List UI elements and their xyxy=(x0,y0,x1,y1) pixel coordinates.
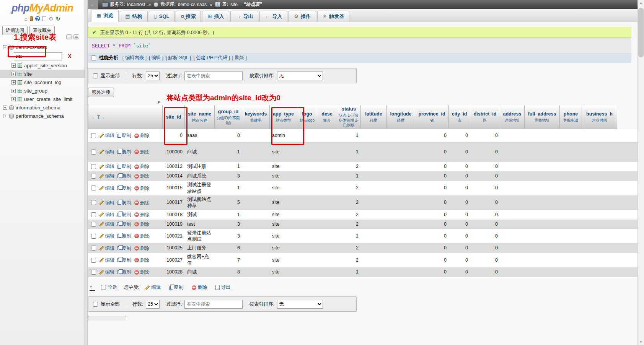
settings-icon[interactable]: ⚙ xyxy=(49,16,54,21)
row-checkbox[interactable] xyxy=(91,212,96,217)
row-action-delete[interactable]: 删除 xyxy=(134,200,149,206)
rows-select[interactable]: 25 xyxy=(146,300,160,309)
collapse-icon[interactable]: − xyxy=(3,45,7,49)
row-action-copy[interactable]: 复制 xyxy=(117,269,131,275)
row-action-pencil[interactable]: 编辑 xyxy=(99,245,114,251)
profiling-link-0[interactable]: 编辑内嵌 xyxy=(125,55,144,60)
row-action-pencil[interactable]: 编辑 xyxy=(99,269,114,275)
scrollbar[interactable]: ▲ ▼ xyxy=(637,0,644,345)
clear-filter-button[interactable]: X xyxy=(68,54,71,59)
sidebar-item-site[interactable]: +site xyxy=(0,70,85,78)
sidebar-item-performance_schema[interactable]: +performance_schema xyxy=(0,112,85,120)
row-checkbox[interactable] xyxy=(91,174,96,179)
row-action-pencil[interactable]: 编辑 xyxy=(99,149,114,155)
row-action-pencil[interactable]: 编辑 xyxy=(99,212,114,218)
row-action-delete[interactable]: 删除 xyxy=(134,132,149,138)
options-header-arrows[interactable]: ←T→ xyxy=(92,114,105,120)
row-checkbox[interactable] xyxy=(91,150,96,155)
row-action-pencil[interactable]: 编辑 xyxy=(99,132,114,138)
row-action-pencil[interactable]: 编辑 xyxy=(99,257,114,263)
sidebar-item-site_account_log[interactable]: +site_account_log xyxy=(0,78,85,86)
expand-icon[interactable]: + xyxy=(11,72,16,76)
row-action-pencil[interactable]: 编辑 xyxy=(99,173,114,179)
column-header-district_id[interactable]: district_id区 xyxy=(470,105,500,129)
sidebar-item-applet_site_version[interactable]: +applet_site_version xyxy=(0,61,85,70)
row-action-delete[interactable]: 删除 xyxy=(134,173,149,179)
row-action-copy[interactable]: 复制 xyxy=(117,185,131,191)
sidebar-item-information_schema[interactable]: +information_schema xyxy=(0,103,85,112)
row-action-copy[interactable]: 复制 xyxy=(117,257,131,263)
phpmyadmin-logo[interactable]: phpMyAdmin xyxy=(0,2,85,14)
row-action-delete[interactable]: 删除 xyxy=(134,269,149,275)
table-search-input[interactable] xyxy=(184,300,243,309)
column-header-logo[interactable]: logo站点logo xyxy=(297,105,317,129)
extra-options-button[interactable]: 额外选项 xyxy=(88,88,114,97)
back-button[interactable]: ← xyxy=(88,0,98,9)
check-all-label[interactable]: 全选 xyxy=(108,284,117,291)
row-action-copy[interactable]: 复制 xyxy=(117,221,131,227)
row-action-copy[interactable]: 复制 xyxy=(117,163,131,169)
column-header-longitude[interactable]: longitude经度 xyxy=(387,105,415,129)
row-action-copy[interactable]: 复制 xyxy=(117,200,131,206)
column-header-full_address[interactable]: full_address完整地址 xyxy=(525,105,560,129)
bottom-action-copy[interactable]: 复制 xyxy=(169,284,183,291)
row-checkbox[interactable] xyxy=(91,234,96,239)
server-link[interactable]: localhost xyxy=(127,2,145,7)
expand-icon[interactable]: + xyxy=(3,114,7,118)
tab-结构[interactable]: ▤结构 xyxy=(120,11,147,22)
show-all-checkbox[interactable] xyxy=(93,73,98,78)
sort-select[interactable]: 无 xyxy=(277,300,323,309)
reload-icon[interactable]: ↻ xyxy=(56,16,60,21)
row-action-pencil[interactable]: 编辑 xyxy=(99,221,114,227)
table-search-input[interactable] xyxy=(184,72,243,80)
column-header-phone[interactable]: phone客服电话 xyxy=(560,105,582,129)
column-header-status[interactable]: status状态 1-正常 0-体验期 2-已到期 xyxy=(337,105,361,129)
row-checkbox[interactable] xyxy=(91,133,96,138)
sort-descending-icon[interactable]: ▼ xyxy=(157,100,161,104)
row-action-copy[interactable]: 复制 xyxy=(117,132,131,138)
expand-icon[interactable]: + xyxy=(11,97,16,101)
column-header-site_name[interactable]: site_name站点名称 xyxy=(185,105,215,129)
row-checkbox[interactable] xyxy=(91,164,96,169)
table-filter-input[interactable] xyxy=(14,52,62,60)
bottom-action-export[interactable]: 导出 xyxy=(215,284,230,291)
expand-icon[interactable]: + xyxy=(11,63,16,68)
scroll-down-icon[interactable]: ▼ xyxy=(638,340,644,344)
row-action-copy[interactable]: 复制 xyxy=(117,245,131,251)
column-header-app_type[interactable]: app_type站点类型 xyxy=(270,105,297,129)
row-action-delete[interactable]: 删除 xyxy=(134,221,149,227)
column-header-latitude[interactable]: latitude纬度 xyxy=(361,105,387,129)
row-action-copy[interactable]: 复制 xyxy=(117,173,131,179)
profiling-link-3[interactable]: 创建 PHP 代码 xyxy=(196,55,227,60)
row-checkbox[interactable] xyxy=(91,258,96,263)
row-action-copy[interactable]: 复制 xyxy=(117,233,131,239)
sort-select[interactable]: 无 xyxy=(277,72,323,80)
row-checkbox[interactable] xyxy=(91,246,96,251)
bottom-action-pencil[interactable]: 编辑 xyxy=(145,284,161,291)
row-checkbox[interactable] xyxy=(91,222,96,227)
profiling-link-2[interactable]: 解析 SQL xyxy=(168,55,189,60)
column-header-site_id[interactable]: site_id xyxy=(163,105,185,129)
tab-导出[interactable]: →导出 xyxy=(230,11,258,22)
row-action-delete[interactable]: 删除 xyxy=(134,163,149,169)
column-header-desc[interactable]: desc简介 xyxy=(317,105,337,129)
tab-操作[interactable]: ⚙操作 xyxy=(289,11,316,22)
row-action-pencil[interactable]: 编辑 xyxy=(99,233,114,239)
tab-浏览[interactable]: ▦浏览 xyxy=(91,9,119,22)
tab-插入[interactable]: ⊞插入 xyxy=(202,11,229,22)
expand-icon[interactable]: + xyxy=(3,106,7,110)
bottom-action-delete[interactable]: 删除 xyxy=(192,284,207,291)
panel-divider[interactable] xyxy=(85,0,88,345)
tab-搜索[interactable]: 搜索 xyxy=(176,11,201,22)
column-header-address[interactable]: address详细地址 xyxy=(500,105,525,129)
tab-SQL[interactable]: ▯SQL xyxy=(149,11,175,22)
row-checkbox[interactable] xyxy=(91,270,96,275)
help-icon[interactable]: ? xyxy=(35,16,40,21)
column-header-province_id[interactable]: province_id省 xyxy=(415,105,449,129)
tree-database-demo-cs-saas[interactable]: − demo-cs-saas xyxy=(0,43,85,51)
show-all-checkbox[interactable] xyxy=(93,302,98,307)
column-header-business_h[interactable]: business_h营业时间 xyxy=(582,105,617,129)
unlink-icon[interactable]: ∞ xyxy=(73,34,79,39)
row-action-copy[interactable]: 复制 xyxy=(117,149,131,155)
row-action-delete[interactable]: 删除 xyxy=(134,233,149,239)
